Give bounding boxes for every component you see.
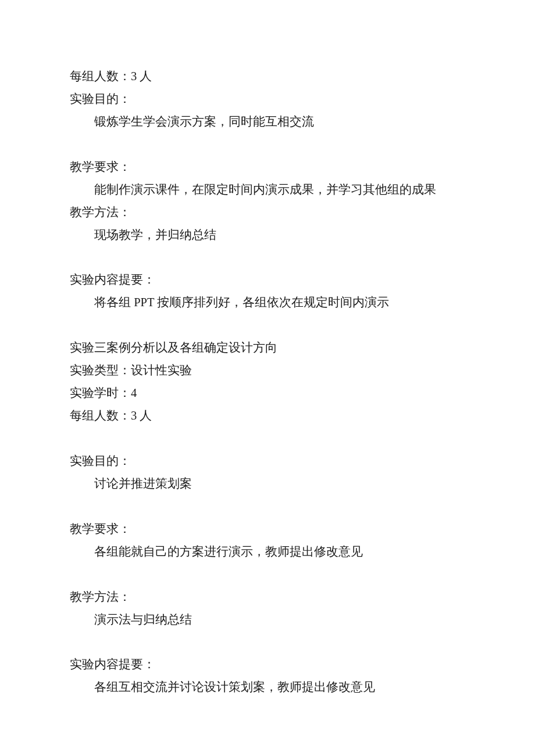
blank-line (70, 495, 465, 518)
blank-line (70, 630, 465, 653)
teaching-method-heading-2: 教学方法： (70, 586, 465, 608)
teaching-requirement-heading: 教学要求： (70, 156, 465, 178)
experiment-hours-line: 实验学时：4 (70, 382, 465, 404)
teaching-method-heading: 教学方法： (70, 201, 465, 224)
teaching-requirement-text-2: 各组能就自己的方案进行演示，教师提出修改意见 (70, 540, 465, 563)
teaching-requirement-text: 能制作演示课件，在限定时间内演示成果，并学习其他组的成果 (70, 178, 465, 201)
blank-line (70, 246, 465, 269)
content-summary-text: 将各组 PPT 按顺序排列好，各组依次在规定时间内演示 (70, 291, 465, 314)
blank-line (70, 563, 465, 586)
content-summary-heading: 实验内容提要： (70, 268, 465, 291)
blank-line (70, 314, 465, 336)
teaching-requirement-heading-2: 教学要求： (70, 518, 465, 540)
experiment-type-line: 实验类型：设计性实验 (70, 359, 465, 382)
objective-heading: 实验目的： (70, 88, 465, 110)
objective-text-2: 讨论并推进策划案 (70, 472, 465, 495)
group-size-line: 每组人数：3 人 (70, 65, 465, 88)
blank-line (70, 427, 465, 450)
group-size-line-2: 每组人数：3 人 (70, 404, 465, 427)
document-page: 每组人数：3 人 实验目的： 锻炼学生学会演示方案，同时能互相交流 教学要求： … (0, 0, 535, 756)
experiment3-title: 实验三案例分析以及各组确定设计方向 (70, 336, 465, 359)
content-summary-heading-2: 实验内容提要： (70, 653, 465, 676)
content-summary-text-2: 各组互相交流并讨论设计策划案，教师提出修改意见 (70, 676, 465, 698)
teaching-method-text: 现场教学，并归纳总结 (70, 224, 465, 246)
teaching-method-text-2: 演示法与归纳总结 (70, 608, 465, 631)
objective-text: 锻炼学生学会演示方案，同时能互相交流 (70, 110, 465, 133)
blank-line (70, 133, 465, 156)
objective-heading-2: 实验目的： (70, 450, 465, 472)
